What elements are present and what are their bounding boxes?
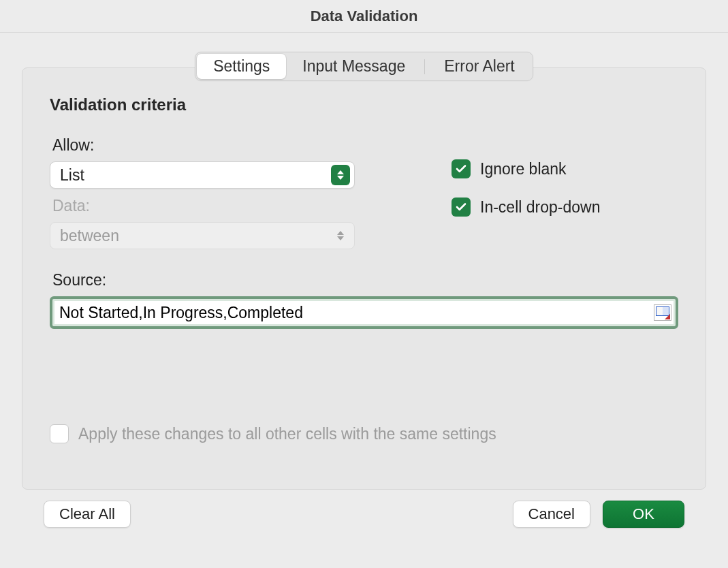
settings-panel: Validation criteria Allow: List Data: be…	[22, 67, 706, 490]
source-field-wrapper	[50, 296, 678, 329]
apply-all-label: Apply these changes to all other cells w…	[78, 425, 496, 443]
range-selector-icon[interactable]	[654, 304, 671, 321]
source-label: Source:	[52, 271, 678, 289]
tab-divider	[424, 59, 425, 74]
ignore-blank-checkbox[interactable]	[452, 159, 471, 178]
ok-button[interactable]: OK	[603, 501, 684, 528]
dialog-content: Settings Input Message Error Alert Valid…	[0, 33, 728, 544]
source-input[interactable]	[58, 303, 654, 323]
clear-all-button[interactable]: Clear All	[44, 501, 131, 528]
allow-select[interactable]: List	[50, 161, 355, 189]
check-icon	[455, 163, 467, 175]
dialog-title: Data Validation	[0, 0, 728, 33]
check-icon	[455, 201, 467, 213]
apply-all-checkbox	[50, 424, 69, 443]
segmented-control: Settings Input Message Error Alert	[195, 52, 533, 81]
data-select: between	[50, 222, 355, 249]
dialog-footer: Clear All Cancel OK	[22, 490, 706, 528]
tab-input-message[interactable]: Input Message	[286, 54, 422, 79]
criteria-left-column: Allow: List Data: between	[50, 128, 370, 256]
in-cell-dropdown-checkbox[interactable]	[452, 198, 471, 217]
validation-criteria-title: Validation criteria	[50, 95, 678, 114]
stepper-icon	[331, 165, 350, 185]
stepper-icon	[331, 225, 350, 246]
data-label: Data:	[52, 197, 370, 215]
allow-select-value: List	[60, 166, 331, 185]
data-select-value: between	[60, 227, 331, 245]
tab-settings[interactable]: Settings	[197, 54, 286, 79]
ignore-blank-label: Ignore blank	[480, 160, 567, 178]
tab-error-alert[interactable]: Error Alert	[428, 54, 531, 79]
allow-label: Allow:	[52, 136, 370, 155]
in-cell-dropdown-label: In-cell drop-down	[480, 198, 600, 217]
cancel-button[interactable]: Cancel	[513, 501, 590, 528]
criteria-right-column: Ignore blank In-cell drop-down	[452, 159, 600, 236]
